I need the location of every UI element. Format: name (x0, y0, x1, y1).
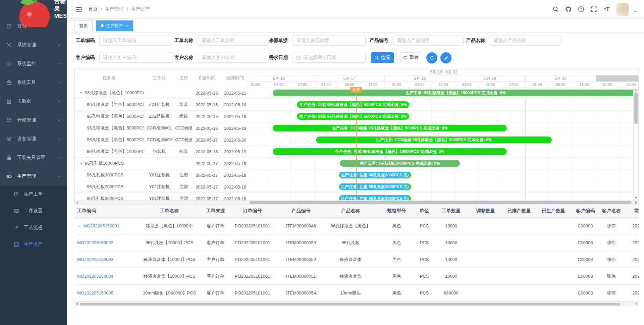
caret-down-icon[interactable] (633, 10, 637, 14)
gantt-hour-tick: 09:00 (338, 82, 361, 87)
workorder-code-link[interactable]: MO202205150004 (77, 274, 113, 279)
sidebar-toggle-icon[interactable] (75, 6, 82, 13)
filter-label: 产品编号 (370, 38, 390, 44)
gantt-task-bar[interactable]: 生产任务: 包装 96孔移液盒【黑色】10000PCS 完成比例: 0% (273, 148, 507, 155)
editsq-icon (14, 192, 19, 197)
gantt-task-row[interactable]: 96孔移液盒【黑色】5000PCSCCD检测#01CCD检测2022-05-16… (75, 122, 249, 134)
search-button[interactable]: 搜索 (371, 52, 394, 63)
expand-row-icon[interactable] (77, 224, 81, 228)
gantt-hours-row: 01:0009:0017:0001:0009:0017:0001:0009:00… (249, 82, 638, 87)
gear-icon (6, 42, 12, 48)
sidebar-item-系统管理[interactable]: 系统管理 (0, 36, 67, 54)
gantt-task-bar[interactable]: 生产任务: CCD检测 96孔移液盒【黑色】5000PCS 完成比例: 0% (316, 137, 552, 143)
sidebar-item-生产管理[interactable]: 生产管理 (0, 167, 67, 186)
sidebar-item-设备管理[interactable]: 设备管理 (0, 129, 67, 148)
sidebar-subitem-工艺流程[interactable]: 工艺流程 (0, 219, 67, 236)
filter-input-需求日期[interactable]: 请选择需求日期 (292, 53, 366, 63)
sidebar-subitem-生产工单[interactable]: 生产工单 (0, 186, 67, 203)
refresh-schedule-button[interactable] (426, 52, 437, 63)
sidebar-item-首页[interactable]: 首页 (0, 17, 67, 36)
breadcrumb-item-生产排产[interactable]: 生产排产 (131, 6, 150, 12)
tab-生产排产[interactable]: 生产排产× (96, 20, 133, 31)
filter-input-工单编码[interactable]: 请输入工单编码 (99, 36, 173, 46)
gantt-task-row[interactable]: 96孔移液盒【黑色】5000PCSZ02组装机组装2022-05-162022-… (75, 111, 249, 122)
gantt-task-row[interactable]: 96孔移液盒【黑色】5000PCSZ01组装机组装2022-05-162022-… (75, 99, 249, 111)
breadcrumb-item-生产管理[interactable]: 生产管理 (105, 6, 124, 12)
gantt-task-bar[interactable]: 生产任务: 组装 96孔移液盒【黑色】5000PCS 完成比例: 0% (297, 113, 409, 120)
gantt-unloaded-region (618, 75, 638, 82)
filter-input-产品名称[interactable]: 请输入产品名称 (490, 36, 562, 46)
gantt-task-bar[interactable]: 生产任务: 注塑 96孔孔板3000PCS 完成比例: 0% (339, 172, 411, 178)
table-row[interactable]: MO202205150004移液盒盒盖【10000】PCS客户订单PO20220… (74, 268, 639, 285)
breadcrumb-item-首页[interactable]: 首页 (88, 6, 98, 12)
filter-input-客户编码[interactable]: 请输入客户编码 (99, 53, 173, 63)
scroll-right-arrow[interactable] (634, 302, 639, 306)
scroll-down-arrow[interactable] (634, 196, 638, 200)
gantt-task-row[interactable]: 96孔移液盒【黑色】10000PCS包装机包装2022-05-162022-05… (75, 146, 249, 158)
filter-input-来源单据[interactable]: 请输入来源单据 (292, 36, 366, 46)
table-cell: 移液盒盒盖 (324, 273, 377, 279)
sidebar-subitem-生产排产[interactable]: 生产排产 (0, 236, 67, 253)
table-row[interactable]: MO202205150001移液盒【黑色】10000个客户订单PO2022051… (74, 218, 639, 234)
sidebar-item-工装夹具管理[interactable]: 工装夹具管理 (0, 148, 67, 167)
search-icon[interactable] (552, 6, 559, 12)
gantt-task-bar[interactable]: 生产任务: 注塑 96孔孔板3000PCS 完成比例: 0% (339, 183, 411, 190)
gantt-horizontal-scrollbar[interactable] (75, 200, 638, 204)
table-column-产品名称: 产品名称 (324, 208, 377, 214)
scroll-left-arrow[interactable] (74, 302, 79, 306)
table-row[interactable]: MO202205150003移液盒盒体【10000】PCS客户订单PO20220… (74, 251, 639, 268)
gantt-task-bar[interactable]: 生产任务: 注塑 96孔孔板3000PCS 完成比例: 0% (339, 195, 411, 200)
vertical-scroll-thumb[interactable] (634, 92, 638, 124)
gantt-task-end: 2022-05-21 (221, 91, 249, 96)
sidebar-item-系统监控[interactable]: 系统监控 (0, 54, 67, 73)
sidebar-item-系统工具[interactable]: 系统工具 (0, 73, 67, 92)
collapse-icon[interactable] (79, 162, 83, 165)
gantt-task-row[interactable]: 96孔移液盒【黑色】5000PCSCCD检测#02CCD检测2022-05-17… (75, 134, 249, 146)
avatar[interactable] (616, 3, 629, 16)
gantt-task-row[interactable]: 96孔孔板3000PCSY02注塑机注塑2022-05-172022-05-18 (75, 181, 249, 193)
input-placeholder: 请输入来源单据 (296, 38, 329, 44)
sidebar-subitem-工序设置[interactable]: 工序设置 (0, 203, 67, 219)
tab-首页[interactable]: 首页 (74, 20, 93, 31)
gantt-workorder-bar[interactable]: 生产工单: 96孔移液盒【黑色】10000PCS 完成比例: 0% (273, 90, 638, 96)
edit-schedule-button[interactable] (440, 52, 451, 63)
gantt-vertical-scrollbar[interactable] (633, 87, 638, 200)
filter-input-工单名称[interactable]: 请输入工单名称 (198, 36, 269, 46)
table-horizontal-scrollbar[interactable] (74, 302, 639, 307)
workorder-code-link[interactable]: MO202205150005 (77, 290, 113, 295)
fullscreen-icon[interactable] (591, 6, 597, 12)
gantt-task-bar[interactable]: 生产任务: CCD检测 96孔移液盒【黑色】5000PCS 完成比例: 0% (273, 125, 507, 131)
scroll-left-arrow[interactable] (75, 201, 79, 204)
sidebar-item-仓储管理[interactable]: 仓储管理 (0, 111, 67, 129)
gantt-workorder-bar[interactable]: 生产工单: 96孔孔板10000PCS 完成比例: 0% (340, 160, 460, 167)
chevron-up-icon (57, 174, 61, 178)
help-icon[interactable]: ? (578, 6, 584, 12)
gantt-task-station: CCD检测#02 (144, 137, 175, 143)
sidebar-item-主数据[interactable]: 主数据 (0, 92, 67, 111)
gantt-task-bar[interactable]: 生产任务: 组装 96孔移液盒【黑色】5000PCS 完成比例: 0% (297, 101, 409, 108)
gantt-task-row[interactable]: 96孔孔板10000PCS2022-05-172022-05-19 (75, 158, 249, 169)
filter-label: 需求日期 (269, 55, 289, 61)
filter-input-产品编号[interactable]: 请输入产品编号 (393, 36, 464, 46)
gantt-task-name: 96孔孔板3000PCS (75, 184, 144, 190)
gantt-task-row[interactable]: 96孔移液盒【黑色】10000PCS2022-05-162022-05-21 (75, 87, 249, 99)
table-row[interactable]: MO20220515000510mm吸头【960000】PCS客户订单PO202… (74, 285, 639, 302)
app-logo[interactable]: 苦糖果MES (0, 0, 67, 17)
refresh-icon (403, 55, 408, 60)
github-icon[interactable] (565, 6, 572, 12)
filter-input-客户名称[interactable]: 请输入客户名称 (198, 53, 269, 63)
tab-close-icon[interactable]: × (126, 23, 128, 28)
gantt-task-row[interactable]: 96孔孔板3000PCSY03注塑机注塑2022-05-172022-05-18 (75, 193, 249, 200)
horizontal-scroll-thumb[interactable] (80, 303, 620, 306)
scroll-up-arrow[interactable] (634, 87, 638, 92)
workorder-code-link[interactable]: MO202205150003 (77, 257, 113, 262)
gantt-task-row[interactable]: 96孔孔板3000PCSY01注塑机注塑2022-05-172022-05-18 (75, 169, 249, 181)
collapse-icon[interactable] (79, 91, 83, 95)
workorder-code-link[interactable]: MO202205150001 (83, 223, 119, 228)
workorder-code-link[interactable]: MO202205150002 (77, 240, 113, 245)
scroll-right-arrow[interactable] (634, 201, 638, 204)
font-size-icon[interactable]: TT (603, 6, 610, 12)
table-row[interactable]: MO20220515000296孔孔板【10000】PCS客户订单PO20220… (74, 234, 639, 251)
reset-button[interactable]: 重置 (400, 52, 421, 63)
horizontal-scroll-thumb[interactable] (249, 201, 632, 204)
